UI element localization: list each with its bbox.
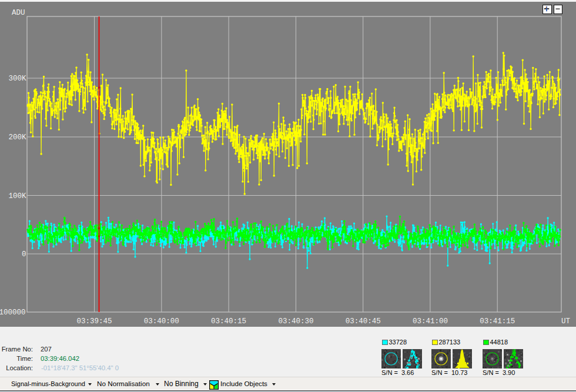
svg-text:03:40:45: 03:40:45 — [346, 317, 381, 326]
svg-text:0: 0 — [22, 250, 26, 259]
svg-text:03:40:00: 03:40:00 — [144, 317, 179, 326]
svg-text:100000: 100000 — [0, 309, 26, 317]
svg-text:03:41:15: 03:41:15 — [480, 317, 515, 326]
svg-text:03:40:15: 03:40:15 — [211, 317, 246, 326]
svg-text:ADU: ADU — [12, 9, 25, 17]
svg-text:UT: UT — [561, 317, 571, 326]
svg-text:300K: 300K — [8, 75, 26, 83]
svg-text:03:39:45: 03:39:45 — [76, 317, 112, 326]
svg-text:03:41:00: 03:41:00 — [413, 317, 448, 326]
svg-text:200K: 200K — [8, 133, 26, 142]
svg-text:100K: 100K — [8, 192, 26, 200]
svg-text:03:40:30: 03:40:30 — [278, 317, 313, 326]
